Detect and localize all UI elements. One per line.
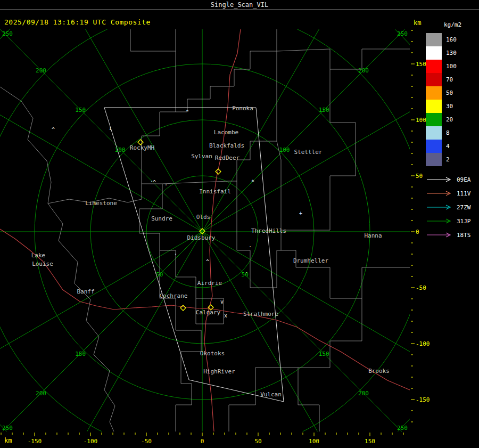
svg-text:Okotoks: Okotoks	[200, 350, 225, 357]
svg-text:250: 250	[2, 30, 13, 37]
svg-text:Sylvan: Sylvan	[191, 153, 212, 160]
svg-text:Limestone: Limestone	[85, 200, 117, 207]
svg-text:RockyMH: RockyMH	[130, 144, 154, 151]
svg-text:Blackfalds: Blackfalds	[209, 142, 244, 149]
svg-text:150: 150	[365, 438, 375, 445]
station-arrow-icon	[426, 204, 455, 210]
station-list: 09EA111V27ZW31JP18TS	[426, 173, 479, 242]
svg-text:Airdrie: Airdrie	[197, 280, 222, 287]
svg-text:-150: -150	[28, 438, 42, 445]
svg-text:·: ·	[249, 244, 252, 250]
legend-swatch-30	[426, 100, 442, 113]
svg-text:Sundre: Sundre	[151, 215, 172, 222]
svg-text:200: 200	[358, 390, 369, 397]
legend-swatch-8	[426, 126, 442, 140]
legend-value: 2	[446, 156, 450, 163]
legend-value: 4	[446, 143, 450, 150]
svg-text:100: 100	[279, 146, 290, 153]
legend-entries: 16013010070503020842	[426, 33, 479, 166]
svg-text:0: 0	[201, 438, 204, 445]
station-row: 31JP	[426, 214, 479, 228]
svg-text:-50: -50	[141, 438, 152, 445]
station-arrow-icon	[426, 190, 455, 197]
station-row: 18TS	[426, 228, 479, 242]
station-arrow-icon	[426, 176, 455, 183]
svg-text:·: ·	[150, 178, 153, 184]
svg-text:150: 150	[319, 351, 329, 357]
svg-text:·: ·	[245, 270, 248, 276]
legend-entry: 4	[426, 140, 479, 153]
legend-value: 8	[446, 129, 450, 136]
legend-swatch-70	[426, 73, 442, 86]
svg-text:ThreeHills: ThreeHills	[251, 227, 286, 234]
axis-ticks	[1, 30, 415, 436]
legend-panel: kg/m2 16013010070503020842 09EA111V27ZW3…	[426, 21, 479, 242]
svg-text:^: ^	[206, 259, 209, 265]
svg-text:200: 200	[36, 390, 46, 397]
axis-labels: -150-100-50050100150150100500-50-100-150	[28, 61, 430, 445]
range-rings	[0, 0, 479, 448]
legend-entry: 2	[426, 153, 479, 166]
svg-text:-100: -100	[84, 438, 98, 445]
station-id: 18TS	[457, 232, 471, 239]
svg-text:Banff: Banff	[77, 288, 94, 295]
station-id: 31JP	[457, 218, 471, 225]
svg-text:50: 50	[156, 271, 163, 278]
station-row: 27ZW	[426, 200, 479, 214]
svg-text:50: 50	[416, 173, 423, 180]
station-row: 111V	[426, 186, 479, 200]
svg-text:v: v	[220, 299, 224, 305]
svg-text:^: ^	[52, 127, 55, 133]
svg-text:150: 150	[75, 107, 86, 113]
legend-swatch-130	[426, 46, 442, 60]
svg-text:Olds: Olds	[196, 214, 211, 221]
svg-text:150: 150	[416, 61, 426, 68]
svg-text:Didsbury: Didsbury	[187, 234, 216, 241]
legend-entry: 8	[426, 126, 479, 140]
svg-text:↓: ↓	[109, 125, 112, 131]
legend-entry: 20	[426, 113, 479, 126]
svg-text:-150: -150	[416, 396, 430, 403]
svg-text:150: 150	[319, 107, 329, 113]
radar-app: { "header": { "title": "Single_Scan_VIL"…	[0, 0, 479, 448]
svg-text:HighRiver: HighRiver	[203, 368, 235, 375]
legend-swatch-20	[426, 113, 442, 126]
svg-text:+: +	[299, 210, 302, 216]
svg-text:-50: -50	[416, 284, 426, 291]
station-arrow-icon	[426, 218, 455, 224]
legend-entry: 70	[426, 73, 479, 86]
station-row: 09EA	[426, 173, 479, 186]
legend-value: 30	[446, 103, 453, 110]
legend-value: 130	[446, 50, 457, 56]
svg-text:200: 200	[36, 67, 46, 74]
coverage-outline	[104, 108, 284, 402]
legend-swatch-160	[426, 33, 442, 46]
svg-text:Lake: Lake	[31, 252, 46, 259]
svg-text:100: 100	[416, 117, 426, 124]
svg-text:^: ^	[186, 109, 189, 115]
svg-text:·: ·	[174, 251, 177, 257]
svg-text:0: 0	[416, 229, 419, 235]
svg-text:Ponoka: Ponoka	[232, 105, 253, 112]
radar-map[interactable]: 5050100100150150150150200200200200250250…	[0, 0, 479, 448]
svg-text:200: 200	[358, 67, 369, 74]
legend-swatch-100	[426, 60, 442, 73]
station-arrow-icon	[426, 232, 455, 238]
svg-text:-100: -100	[416, 340, 430, 347]
legend-value: 20	[446, 116, 453, 123]
svg-text:Innisfail: Innisfail	[199, 188, 231, 195]
svg-text:250: 250	[397, 425, 408, 431]
svg-text:100: 100	[115, 146, 126, 153]
svg-text:*: *	[251, 179, 254, 185]
svg-text:·: ·	[164, 182, 168, 188]
svg-text:Stettler: Stettler	[294, 149, 323, 156]
svg-text:Vulcan: Vulcan	[260, 391, 282, 398]
legend-swatch-4	[426, 140, 442, 153]
station-id: 111V	[457, 190, 471, 197]
obs-markers: ^↓^^··*+···^vx	[52, 109, 302, 319]
svg-text:100: 100	[309, 438, 319, 445]
svg-text:50: 50	[254, 438, 261, 445]
legend-value: 100	[446, 63, 457, 70]
svg-text:Hanna: Hanna	[364, 232, 382, 239]
svg-text:250: 250	[2, 425, 13, 431]
